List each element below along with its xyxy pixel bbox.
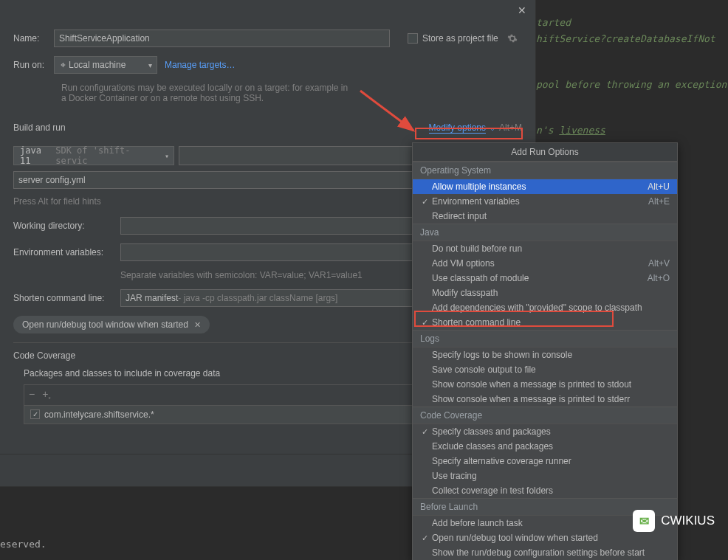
menu-item[interactable]: Add dependencies with "provided" scope t… — [413, 300, 677, 315]
menu-item-label: Specify alternative coverage runner — [432, 456, 670, 466]
menu-item[interactable]: Exclude classes and packages — [413, 439, 677, 454]
title-bar: ✕ — [0, 0, 535, 21]
env-label: Environment variables: — [13, 247, 113, 257]
check-icon: ✓ — [417, 533, 432, 543]
menu-item-shortcut: Alt+V — [648, 258, 670, 269]
chevron-down-icon: ⌵ — [490, 124, 495, 132]
menu-item-label: Do not build before run — [432, 243, 670, 254]
menu-item-label: Exclude classes and packages — [432, 441, 670, 452]
menu-item-label: Modify classpath — [432, 288, 670, 298]
menu-item-label: Specify classes and packages — [432, 426, 670, 437]
menu-item[interactable]: Collect coverage in test folders — [413, 483, 677, 498]
menu-item-shortcut: Alt+U — [648, 182, 670, 192]
menu-item-label: Show console when a message is printed t… — [432, 394, 670, 404]
menu-item[interactable]: Redirect input — [413, 209, 677, 224]
reserved-text: eserved. — [0, 539, 47, 550]
menu-item-label: Allow multiple instances — [432, 182, 648, 192]
modify-shortcut: Alt+M — [499, 122, 522, 133]
menu-item-label: Use classpath of module — [432, 273, 648, 283]
menu-item-label: Save console output to file — [432, 364, 670, 375]
remove-icon[interactable]: − — [29, 388, 35, 402]
menu-header: Code Coverage — [413, 407, 677, 424]
menu-item-label: Specify logs to be shown in console — [432, 350, 670, 360]
check-icon: ✓ — [417, 318, 432, 328]
menu-item[interactable]: Show console when a message is printed t… — [413, 377, 677, 392]
menu-item[interactable]: Add VM optionsAlt+V — [413, 256, 677, 271]
sdk-select[interactable]: java 11 SDK of 'shift-servic — [13, 146, 174, 165]
manage-targets-link[interactable]: Manage targets… — [165, 60, 235, 70]
menu-header: Java — [413, 224, 677, 241]
open-tool-chip[interactable]: Open run/debug tool window when started … — [13, 316, 210, 333]
menu-item-label: Environment variables — [432, 196, 648, 207]
menu-item-label: Add dependencies with "provided" scope t… — [432, 303, 670, 313]
name-input[interactable] — [54, 30, 390, 47]
menu-header: Operating System — [413, 162, 677, 179]
menu-item[interactable]: Use tracing — [413, 469, 677, 483]
checkbox-icon[interactable]: ✓ — [30, 409, 40, 419]
menu-item[interactable]: ✓Shorten command line — [413, 315, 677, 330]
check-icon: ✓ — [417, 427, 432, 437]
menu-item[interactable]: Specify alternative coverage runner — [413, 454, 677, 469]
add-run-options-popup: Add Run Options Operating SystemAllow mu… — [412, 142, 678, 560]
popup-title: Add Run Options — [413, 143, 677, 162]
menu-item[interactable]: Modify classpath — [413, 286, 677, 300]
shorten-label: Shorten command line: — [13, 293, 113, 303]
menu-item[interactable]: Allow multiple instancesAlt+U — [413, 179, 677, 194]
menu-item[interactable]: Specify logs to be shown in console — [413, 348, 677, 362]
close-icon[interactable]: ✕ — [194, 320, 201, 330]
store-checkbox[interactable]: Store as project file — [408, 33, 518, 44]
menu-item[interactable]: Use classpath of moduleAlt+O — [413, 271, 677, 286]
run-on-select[interactable]: ⌖ Local machine — [54, 56, 157, 74]
env-hint: Separate variables with semicolon: VAR=v… — [120, 270, 363, 280]
menu-item-label: Redirect input — [432, 211, 670, 221]
run-hint: Run configurations may be executed local… — [61, 83, 349, 103]
menu-item[interactable]: Save console output to file — [413, 362, 677, 377]
menu-item-label: Open run/debug tool window when started — [432, 533, 670, 543]
build-run-title: Build and run — [13, 122, 66, 133]
menu-item-label: Shorten command line — [432, 317, 670, 328]
modify-options-link[interactable]: Modify options — [429, 122, 486, 134]
menu-item[interactable]: Show console when a message is printed t… — [413, 392, 677, 407]
workdir-label: Working directory: — [13, 221, 113, 231]
name-label: Name: — [13, 33, 47, 44]
menu-item[interactable]: Show the run/debug configuration setting… — [413, 545, 677, 560]
gear-icon[interactable] — [507, 33, 518, 44]
check-icon: ✓ — [417, 197, 432, 207]
store-label: Store as project file — [422, 33, 498, 44]
chat-icon: ✉ — [633, 510, 655, 532]
menu-item-shortcut: Alt+O — [648, 273, 670, 283]
menu-item-label: Use tracing — [432, 471, 670, 481]
watermark: ✉ CWIKIUS — [633, 510, 715, 532]
menu-item[interactable]: ✓Open run/debug tool window when started — [413, 530, 677, 545]
menu-item[interactable]: ✓Specify classes and packages — [413, 424, 677, 439]
target-icon: ⌖ — [61, 60, 66, 70]
menu-item-label: Show console when a message is printed t… — [432, 379, 670, 390]
menu-item-shortcut: Alt+E — [648, 196, 670, 207]
close-icon[interactable]: ✕ — [518, 4, 526, 16]
menu-item[interactable]: Do not build before run — [413, 241, 677, 256]
run-on-label: Run on: — [13, 60, 47, 70]
menu-item-label: Add VM options — [432, 258, 648, 269]
menu-item[interactable]: ✓Environment variablesAlt+E — [413, 194, 677, 209]
menu-item-label: Show the run/debug configuration setting… — [432, 547, 670, 558]
menu-item-label: Collect coverage in test folders — [432, 485, 670, 496]
add-icon[interactable]: +* — [42, 388, 50, 402]
menu-header: Logs — [413, 330, 677, 348]
